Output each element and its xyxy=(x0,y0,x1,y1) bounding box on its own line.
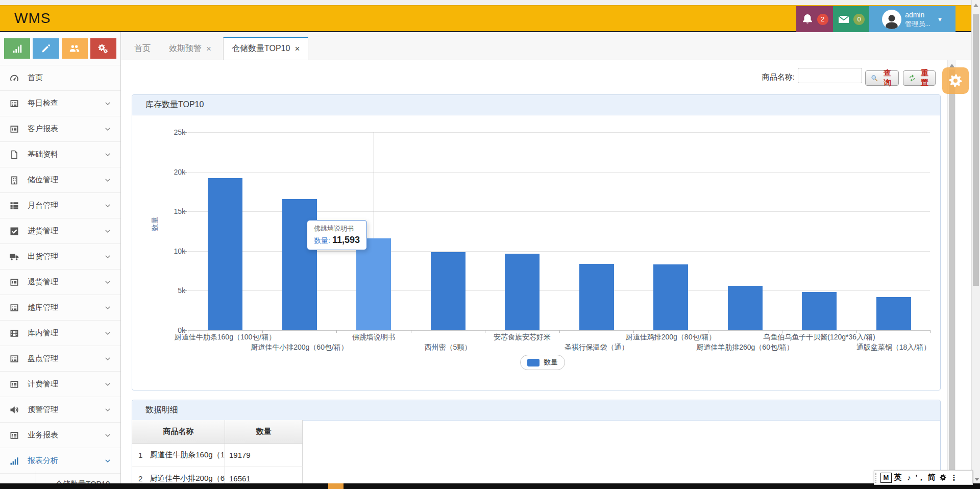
ime-lang-mode[interactable]: 英 xyxy=(893,472,903,483)
user-role: 管理员... xyxy=(905,19,930,28)
chevron-down-icon[interactable] xyxy=(104,406,111,413)
x-axis-label: 西州密（5颗） xyxy=(425,343,472,352)
chevron-down-icon[interactable] xyxy=(104,432,111,439)
quick-report-button[interactable] xyxy=(4,38,30,59)
sidebar-item-报表分析[interactable]: 报表分析 xyxy=(0,448,120,474)
scroll-up-arrow-icon[interactable] xyxy=(949,64,954,67)
sidebar-item-label: 客户报表 xyxy=(28,124,58,134)
chevron-down-icon[interactable] xyxy=(104,100,111,107)
bar-4[interactable] xyxy=(431,252,465,330)
bar-2[interactable] xyxy=(282,199,317,330)
chart-legend[interactable]: 数量 xyxy=(520,355,565,370)
user-icon xyxy=(883,12,900,29)
ime-caret-icon[interactable] xyxy=(974,478,979,481)
legend-label: 数量 xyxy=(544,358,558,367)
chevron-down-icon[interactable] xyxy=(104,126,111,133)
quick-edit-button[interactable] xyxy=(33,38,59,59)
bar-8[interactable] xyxy=(728,286,763,330)
sidebar-item-出货管理[interactable]: 出货管理 xyxy=(0,244,120,270)
x-axis-label: 厨道佳牛小排200g（60包/箱） xyxy=(251,343,348,352)
sidebar-item-客户报表[interactable]: 客户报表 xyxy=(0,116,120,142)
sidebar-item-进货管理[interactable]: 进货管理 xyxy=(0,218,120,244)
x-axis-tick xyxy=(336,330,337,333)
scroll-up-arrow-icon[interactable] xyxy=(973,4,978,7)
ime-charset[interactable]: 简 xyxy=(926,472,937,483)
sidebar-item-首页[interactable]: 首页 xyxy=(0,65,120,91)
sidebar-item-label: 每日检查 xyxy=(28,99,58,108)
chevron-down-icon[interactable] xyxy=(104,330,111,337)
user-menu[interactable]: admin 管理员... ▼ xyxy=(869,6,955,32)
messages-button[interactable]: 0 xyxy=(833,6,869,32)
sidebar-item-储位管理[interactable]: 储位管理 xyxy=(0,167,120,193)
browser-scrollbar[interactable] xyxy=(971,0,980,489)
ime-more[interactable]: ⋮ xyxy=(949,472,959,483)
x-axis-tick xyxy=(559,330,560,333)
quick-settings-button[interactable] xyxy=(90,38,116,59)
inventory-top10-chart-panel: 库存数量TOP10 0k5k10k15k20k25k厨道佳牛肋条160g（100… xyxy=(132,94,941,390)
notifications-button[interactable]: 2 xyxy=(796,6,833,32)
content-scrollbar-thumb[interactable] xyxy=(949,69,955,475)
ime-punctuation[interactable]: '， xyxy=(915,472,925,483)
sidebar-item-月台管理[interactable]: 月台管理 xyxy=(0,193,120,218)
chevron-down-icon[interactable] xyxy=(104,228,111,235)
table-row: 1厨道佳牛肋条160g（119179 xyxy=(132,444,303,467)
sidebar-item-每日检查[interactable]: 每日检查 xyxy=(0,91,120,116)
taskbar-item[interactable] xyxy=(328,483,344,489)
chevron-down-icon[interactable] xyxy=(104,151,111,158)
query-button[interactable]: 查询 xyxy=(865,70,899,86)
theme-settings-button[interactable] xyxy=(942,67,969,94)
close-icon[interactable]: × xyxy=(295,44,300,53)
sidebar-item-退货管理[interactable]: 退货管理 xyxy=(0,270,120,295)
bar-1[interactable] xyxy=(208,178,242,330)
chevron-down-icon[interactable] xyxy=(104,355,111,362)
x-axis-label: 厨道佳牛肋条160g（100包/箱） xyxy=(175,333,276,342)
quick-users-button[interactable] xyxy=(62,38,88,59)
content-scrollbar[interactable] xyxy=(947,60,956,483)
bar-10[interactable] xyxy=(876,297,911,330)
sidebar-item-基础资料[interactable]: 基础资料 xyxy=(0,142,120,167)
bar-3[interactable] xyxy=(356,238,391,330)
chevron-down-icon[interactable] xyxy=(104,253,111,260)
chevron-down-icon[interactable] xyxy=(104,177,111,184)
list-icon xyxy=(9,430,19,441)
check-icon xyxy=(9,226,19,236)
tab-label: 首页 xyxy=(134,43,151,54)
bar-5[interactable] xyxy=(505,254,540,330)
tab-首页[interactable]: 首页 xyxy=(126,38,159,60)
list-icon xyxy=(9,277,19,287)
chevron-down-icon[interactable] xyxy=(104,457,111,464)
bar-7[interactable] xyxy=(653,264,688,330)
app-logo: WMS xyxy=(14,10,51,27)
sidebar-item-label: 计费管理 xyxy=(28,379,58,389)
bar-9[interactable] xyxy=(802,292,837,330)
bar-6[interactable] xyxy=(579,264,614,330)
cell-product-name: 1厨道佳牛肋条160g（1 xyxy=(132,444,225,467)
ime-settings[interactable] xyxy=(938,472,948,483)
tab-效期预警[interactable]: 效期预警× xyxy=(161,38,219,60)
sidebar-item-label: 预警管理 xyxy=(28,405,58,414)
sidebar-item-计费管理[interactable]: 计费管理 xyxy=(0,372,120,397)
close-icon[interactable]: × xyxy=(206,44,211,53)
product-name-input[interactable] xyxy=(798,68,862,83)
notification-count-badge: 2 xyxy=(817,14,828,25)
sidebar-item-label: 库内管理 xyxy=(28,328,58,338)
sidebar-item-盘点管理[interactable]: 盘点管理 xyxy=(0,346,120,372)
chevron-down-icon[interactable] xyxy=(104,381,111,388)
chevron-down-icon[interactable] xyxy=(104,304,111,311)
ime-width-mode[interactable]: ♪ xyxy=(904,472,914,483)
product-name-label: 商品名称: xyxy=(748,72,795,82)
sidebar-item-越库管理[interactable]: 越库管理 xyxy=(0,295,120,321)
chevron-down-icon[interactable] xyxy=(104,202,111,209)
sidebar-item-业务报表[interactable]: 业务报表 xyxy=(0,423,120,448)
ime-drag-handle[interactable] xyxy=(875,473,878,483)
sidebar-item-库内管理[interactable]: 库内管理 xyxy=(0,321,120,346)
envelope-icon xyxy=(838,13,850,26)
tab-label: 效期预警 xyxy=(169,43,202,54)
reset-button[interactable]: 重置 xyxy=(903,70,936,86)
browser-scrollbar-thumb[interactable] xyxy=(973,14,979,286)
chevron-down-icon[interactable] xyxy=(104,279,111,286)
tab-仓储数量TOP10[interactable]: 仓储数量TOP10× xyxy=(223,37,308,60)
caret-down-icon: ▼ xyxy=(937,16,943,22)
ime-logo[interactable]: M xyxy=(880,473,892,483)
sidebar-item-预警管理[interactable]: 预警管理 xyxy=(0,397,120,423)
